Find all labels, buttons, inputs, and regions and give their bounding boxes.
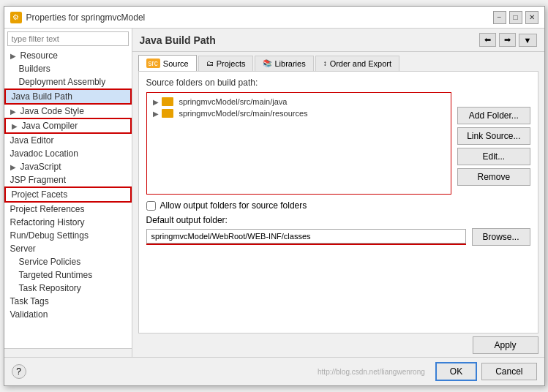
link-source-button[interactable]: Link Source... — [457, 127, 530, 145]
output-folder-row: Browse... — [146, 228, 530, 246]
checkbox-label: Allow output folders for source folders — [160, 200, 307, 211]
ok-button[interactable]: OK — [435, 362, 477, 381]
tab-source-label: Source — [163, 59, 189, 68]
sidebar-item-run-debug[interactable]: Run/Debug Settings — [4, 229, 132, 242]
sidebar-item-refactoring[interactable]: Refactoring History — [4, 216, 132, 229]
sidebar-item-label: JSP Fragment — [10, 175, 66, 185]
remove-button[interactable]: Remove — [457, 168, 530, 186]
right-header: Java Build Path ⬅ ➡ ▼ — [132, 29, 544, 52]
right-panel: Java Build Path ⬅ ➡ ▼ src Source 🗂 Proje… — [132, 29, 544, 357]
input-underline — [146, 244, 466, 245]
add-folder-button[interactable]: Add Folder... — [457, 107, 530, 124]
tab-projects[interactable]: 🗂 Projects — [198, 56, 254, 71]
minimize-button[interactable]: − — [493, 11, 506, 24]
sidebar-item-label: Task Repository — [19, 283, 81, 293]
window-icon: ⚙ — [10, 12, 22, 23]
expand-arrow: ▶ — [12, 122, 19, 130]
source-folder-item-java[interactable]: ▶ springmvcModel/src/main/java — [150, 96, 448, 108]
close-button[interactable]: ✕ — [525, 11, 538, 24]
help-button[interactable]: ? — [12, 364, 26, 379]
sidebar-item-java-compiler[interactable]: ▶ Java Compiler — [4, 118, 132, 134]
tab-source[interactable]: src Source — [138, 55, 197, 71]
right-title: Java Build Path — [140, 34, 216, 46]
folder-icon — [162, 109, 173, 118]
sidebar-item-label: Validation — [10, 309, 48, 320]
section-label: Source folders on build path: — [146, 78, 530, 88]
tab-libraries[interactable]: 📚 Libraries — [255, 56, 313, 71]
source-and-btns: ▶ springmvcModel/src/main/java ▶ springm… — [146, 92, 530, 200]
sidebar-item-label: Java Editor — [10, 135, 54, 146]
cancel-button[interactable]: Cancel — [481, 363, 536, 380]
tree-area: ▶ Resource Builders Deployment Assembly … — [4, 49, 132, 348]
sidebar-item-task-tags[interactable]: Task Tags — [4, 295, 132, 308]
properties-window: ⚙ Properties for springmvcModel − □ ✕ ▶ … — [4, 6, 545, 386]
sidebar-item-jsp-fragment[interactable]: JSP Fragment — [4, 173, 132, 186]
sidebar-item-javascript[interactable]: ▶ JavaScript — [4, 160, 132, 173]
apply-button[interactable]: Apply — [473, 336, 538, 354]
content-area: ▶ Resource Builders Deployment Assembly … — [4, 29, 544, 357]
nav-forward-button[interactable]: ➡ — [499, 33, 516, 47]
folder-icon — [162, 97, 173, 106]
tab-order-export[interactable]: ↕ Order and Export — [315, 56, 399, 71]
sidebar-item-label: Project Facets — [12, 189, 68, 200]
order-tab-icon: ↕ — [323, 59, 327, 67]
output-input-container — [146, 229, 466, 245]
tab-projects-label: Projects — [217, 59, 246, 68]
tab-libraries-label: Libraries — [274, 59, 305, 68]
sidebar-item-label: Run/Debug Settings — [10, 230, 89, 241]
source-folder-item-resources[interactable]: ▶ springmvcModel/src/main/resources — [150, 108, 448, 119]
nav-back-button[interactable]: ⬅ — [479, 33, 496, 47]
apply-row: Apply — [132, 333, 544, 357]
right-buttons: Add Folder... Link Source... Edit... Rem… — [457, 92, 530, 200]
sidebar-item-label: Java Code Style — [20, 106, 84, 116]
sidebar-item-resource[interactable]: ▶ Resource — [4, 49, 132, 62]
sidebar-item-label: Java Build Path — [12, 91, 72, 102]
title-bar: ⚙ Properties for springmvcModel − □ ✕ — [4, 7, 544, 29]
title-bar-left: ⚙ Properties for springmvcModel — [10, 12, 146, 23]
browse-button[interactable]: Browse... — [472, 228, 530, 246]
sidebar-item-label: Task Tags — [10, 296, 49, 306]
sidebar-item-label: Resource — [20, 50, 58, 61]
sidebar-item-label: Project References — [10, 204, 85, 214]
window-title: Properties for springmvcModel — [26, 12, 146, 23]
sidebar-item-validation[interactable]: Validation — [4, 308, 132, 321]
sidebar-item-label: Service Policies — [19, 257, 81, 267]
sidebar-item-project-references[interactable]: Project References — [4, 203, 132, 216]
libraries-tab-icon: 📚 — [263, 59, 271, 67]
sidebar-item-javadoc[interactable]: Javadoc Location — [4, 147, 132, 160]
nav-dropdown-button[interactable]: ▼ — [519, 34, 537, 47]
bottom-bar: ? http://blog.csdn.net/liangwenrong OK C… — [4, 357, 544, 385]
sidebar-item-label: Server — [10, 244, 36, 254]
sidebar-item-service-policies[interactable]: Service Policies — [4, 255, 132, 268]
sidebar-item-java-editor[interactable]: Java Editor — [4, 134, 132, 147]
nav-arrows: ⬅ ➡ ▼ — [479, 33, 537, 47]
sidebar-item-label: Javadoc Location — [10, 148, 78, 159]
sidebar-item-label: Java Compiler — [22, 121, 78, 131]
sidebar-item-server[interactable]: Server — [4, 242, 132, 255]
edit-button[interactable]: Edit... — [457, 148, 530, 165]
sidebar-item-java-build-path[interactable]: Java Build Path — [4, 88, 132, 105]
tabs-bar: src Source 🗂 Projects 📚 Libraries ↕ Orde… — [132, 52, 544, 71]
maximize-button[interactable]: □ — [509, 11, 522, 24]
left-scrollbar-bottom[interactable] — [4, 348, 132, 357]
checkbox-row: Allow output folders for source folders — [146, 200, 530, 211]
sidebar-item-label: JavaScript — [20, 162, 61, 172]
allow-output-checkbox[interactable] — [146, 201, 156, 211]
sidebar-item-builders[interactable]: Builders — [4, 62, 132, 75]
folder-path: springmvcModel/src/main/java — [179, 97, 288, 106]
expand-arrow: ▶ — [153, 98, 159, 106]
sidebar-item-project-facets[interactable]: Project Facets — [4, 186, 132, 203]
projects-tab-icon: 🗂 — [206, 59, 214, 67]
sidebar-item-label: Targeted Runtimes — [19, 270, 93, 280]
sidebar-item-java-code-style[interactable]: ▶ Java Code Style — [4, 105, 132, 118]
source-folders-box: ▶ springmvcModel/src/main/java ▶ springm… — [146, 92, 452, 195]
sidebar-item-targeted-runtimes[interactable]: Targeted Runtimes — [4, 268, 132, 282]
source-area: ▶ springmvcModel/src/main/java ▶ springm… — [146, 92, 452, 200]
output-folder-input[interactable] — [146, 229, 466, 244]
expand-arrow: ▶ — [10, 163, 18, 171]
filter-input[interactable] — [7, 31, 129, 46]
source-tab-icon: src — [146, 59, 160, 68]
window-controls: − □ ✕ — [493, 11, 538, 24]
sidebar-item-task-repository[interactable]: Task Repository — [4, 282, 132, 295]
sidebar-item-deployment[interactable]: Deployment Assembly — [4, 75, 132, 88]
